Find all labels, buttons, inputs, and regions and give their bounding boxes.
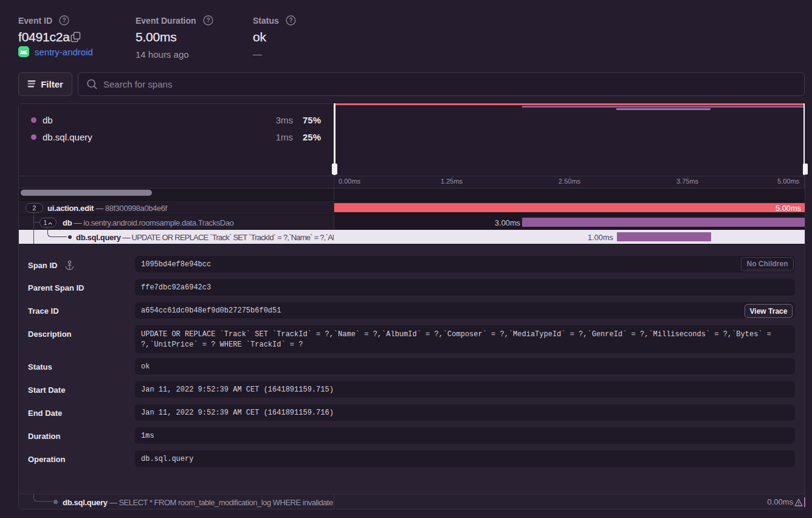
svg-text:?: ?	[63, 17, 66, 24]
svg-text:?: ?	[206, 17, 210, 24]
svg-text:?: ?	[289, 17, 293, 24]
